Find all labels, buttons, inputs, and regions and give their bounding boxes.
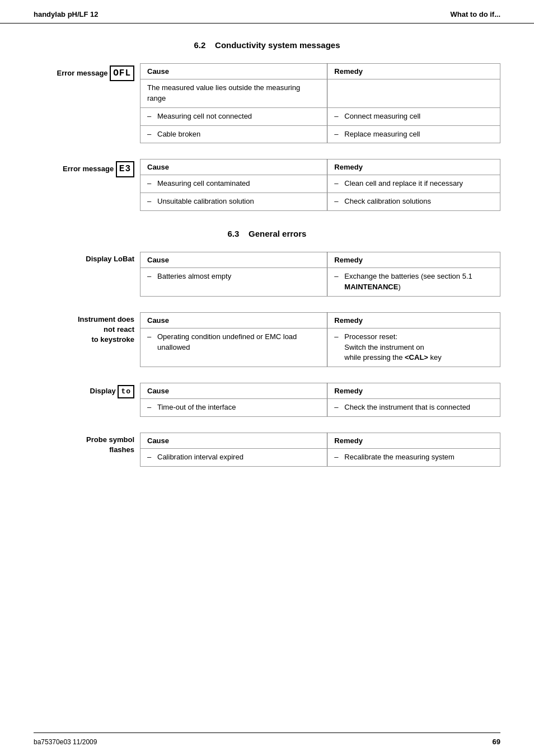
to-symbol: to bbox=[118, 385, 134, 398]
error-keystroke-block: Instrument doesnot reactto keystroke Cau… bbox=[34, 312, 500, 368]
probe-cause-header: Cause bbox=[140, 433, 327, 449]
lobat-remedy-1: – Exchange the batteries (see section 5.… bbox=[327, 268, 500, 297]
error-e3-table: Cause Remedy – Measuring cell contaminat… bbox=[140, 159, 500, 211]
dash-icon: – bbox=[334, 179, 342, 189]
keystroke-remedy-header: Remedy bbox=[327, 312, 500, 328]
header-left: handylab pH/LF 12 bbox=[34, 10, 99, 18]
table-row: – Operating condition undefined or EMC l… bbox=[140, 328, 500, 367]
dash-icon: – bbox=[147, 271, 155, 282]
error-keystroke-table: Cause Remedy – Operating condition undef… bbox=[140, 312, 500, 368]
dash-icon: – bbox=[334, 129, 342, 140]
error-to-label: Display to bbox=[34, 383, 140, 398]
dash-icon: – bbox=[334, 452, 342, 463]
error-to-table: Cause Remedy – Time-out of the interface bbox=[140, 383, 500, 417]
error-probe-label: Probe symbolflashes bbox=[34, 433, 140, 455]
error-e3-block: Error message E3 Cause Remedy – Measurin… bbox=[34, 159, 500, 211]
error-lobat-table: Cause Remedy – Batteries almost empty bbox=[140, 252, 500, 297]
keystroke-label-text: Instrument doesnot reactto keystroke bbox=[78, 315, 134, 344]
footer-left: ba75370e03 11/2009 bbox=[34, 738, 97, 746]
ofl-symbol: OFL bbox=[110, 65, 134, 81]
ofl-remedy-3: – Replace measuring cell bbox=[327, 125, 500, 143]
section-62-title: 6.2 Conductivity system messages bbox=[34, 40, 500, 50]
ofl-cause-header: Cause bbox=[140, 64, 327, 79]
ofl-cause-1: The measured value lies outside the meas… bbox=[140, 79, 327, 108]
e3-cause-1: – Measuring cell contaminated bbox=[140, 175, 327, 193]
error-ofl-table: Cause Remedy The measured value lies out… bbox=[140, 63, 500, 143]
dash-icon: – bbox=[147, 111, 155, 122]
error-lobat-label: Display LoBat bbox=[34, 252, 140, 264]
table-row: – Measuring cell not connected – Connect… bbox=[140, 107, 500, 125]
table-row: – Cable broken – Replace measuring cell bbox=[140, 125, 500, 143]
table-row: – Measuring cell contaminated – Clean ce… bbox=[140, 175, 500, 193]
dash-icon: – bbox=[334, 196, 342, 207]
error-lobat-block: Display LoBat Cause Remedy – Batteries a… bbox=[34, 252, 500, 297]
dash-icon: – bbox=[334, 111, 342, 122]
page-header: handylab pH/LF 12 What to do if... bbox=[0, 0, 534, 24]
error-probe-block: Probe symbolflashes Cause Remedy – Calib… bbox=[34, 433, 500, 467]
footer-page-number: 69 bbox=[493, 738, 500, 746]
lobat-cause-header: Cause bbox=[140, 252, 327, 268]
page-footer: ba75370e03 11/2009 69 bbox=[34, 732, 500, 746]
dash-icon: – bbox=[147, 402, 155, 413]
header-right: What to do if... bbox=[450, 10, 500, 18]
dash-icon: – bbox=[147, 452, 155, 463]
dash-icon: – bbox=[334, 271, 342, 282]
e3-remedy-2: – Check calibration solutions bbox=[327, 193, 500, 211]
error-ofl-block: Error message OFL Cause Remedy The measu… bbox=[34, 63, 500, 143]
to-cause-header: Cause bbox=[140, 383, 327, 399]
ofl-cause-3: – Cable broken bbox=[140, 125, 327, 143]
lobat-remedy-header: Remedy bbox=[327, 252, 500, 268]
to-cause-1: – Time-out of the interface bbox=[140, 399, 327, 417]
dash-icon: – bbox=[147, 179, 155, 189]
dash-icon: – bbox=[147, 196, 155, 207]
main-content: 6.2 Conductivity system messages Error m… bbox=[0, 24, 534, 527]
dash-icon: – bbox=[334, 332, 342, 342]
ofl-remedy-header: Remedy bbox=[327, 64, 500, 79]
keystroke-cause-1: – Operating condition undefined or EMC l… bbox=[140, 328, 327, 367]
ofl-remedy-2: – Connect measuring cell bbox=[327, 107, 500, 125]
page: handylab pH/LF 12 What to do if... 6.2 C… bbox=[0, 0, 534, 756]
e3-cause-2: – Unsuitable calibration solution bbox=[140, 193, 327, 211]
table-row: – Unsuitable calibration solution – Chec… bbox=[140, 193, 500, 211]
keystroke-cause-header: Cause bbox=[140, 312, 327, 328]
e3-symbol: E3 bbox=[116, 161, 134, 177]
probe-remedy-1: – Recalibrate the measuring system bbox=[327, 449, 500, 467]
keystroke-remedy-1: – Processor reset:Switch the instrument … bbox=[327, 328, 500, 367]
ofl-cause-2: – Measuring cell not connected bbox=[140, 107, 327, 125]
table-row: – Batteries almost empty – Exchange the … bbox=[140, 268, 500, 297]
table-row: The measured value lies outside the meas… bbox=[140, 79, 500, 108]
e3-remedy-header: Remedy bbox=[327, 159, 500, 175]
error-to-block: Display to Cause Remedy – Time-out of th… bbox=[34, 383, 500, 417]
probe-label-text: Probe symbolflashes bbox=[86, 435, 134, 454]
error-keystroke-label: Instrument doesnot reactto keystroke bbox=[34, 312, 140, 345]
table-row: – Time-out of the interface – Check the … bbox=[140, 399, 500, 417]
dash-icon: – bbox=[334, 402, 342, 413]
dash-icon: – bbox=[147, 129, 155, 140]
error-ofl-label: Error message OFL bbox=[34, 63, 140, 81]
ofl-remedy-1 bbox=[327, 79, 500, 108]
e3-remedy-1: – Clean cell and replace it if necessary bbox=[327, 175, 500, 193]
e3-cause-header: Cause bbox=[140, 159, 327, 175]
error-e3-label: Error message E3 bbox=[34, 159, 140, 177]
to-remedy-1: – Check the instrument that is connected bbox=[327, 399, 500, 417]
table-row: – Calibration interval expired – Recalib… bbox=[140, 449, 500, 467]
dash-icon: – bbox=[147, 332, 155, 342]
section-63-title: 6.3 General errors bbox=[34, 229, 500, 238]
error-probe-table: Cause Remedy – Calibration interval expi… bbox=[140, 433, 500, 467]
probe-cause-1: – Calibration interval expired bbox=[140, 449, 327, 467]
probe-remedy-header: Remedy bbox=[327, 433, 500, 449]
to-remedy-header: Remedy bbox=[327, 383, 500, 399]
lobat-cause-1: – Batteries almost empty bbox=[140, 268, 327, 297]
